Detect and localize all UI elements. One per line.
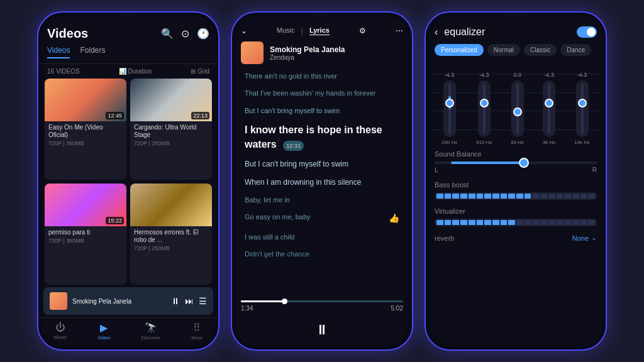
handle-1[interactable] [445,99,454,107]
video-card-3[interactable]: 15:22 permiso para ti 720P | 360MB [45,184,126,285]
eq-slider-2[interactable] [478,80,491,137]
video-grid: 12:45 Easy On Me (Video Oficial) 720P | … [38,79,218,285]
bass-segment-16 [564,194,571,199]
progress-bar[interactable] [241,300,403,302]
tab-lyrics[interactable]: Lyrics [309,26,330,35]
band-value-4: -4.3 [544,72,554,78]
np-album-art [50,292,67,310]
virt-segment-7 [492,220,499,225]
eq-slider-4[interactable] [543,80,555,137]
video-card-1[interactable]: 12:45 Easy On Me (Video Oficial) 720P | … [45,79,126,180]
nav-video[interactable]: ▶ Video [97,322,110,341]
video-card-2[interactable]: 22:13 Cargando: Ultra World Stage 720P |… [130,79,212,180]
bass-segment-3 [460,194,467,199]
virt-segment-6 [484,220,491,225]
preset-personalized[interactable]: Personalized [435,44,484,56]
song-details: Smoking Pela Janela Zendaya [270,45,345,61]
bass-boost-bar[interactable] [435,192,597,200]
lyric-timestamp: 12:31 [283,141,304,151]
p1-header: Videos 🔍 ⊙ 🕐 [38,13,218,46]
video-card-4[interactable]: Hermosos errores ft. El robo de ... 720P… [130,184,212,285]
search-icon[interactable]: 🔍 [161,28,174,40]
pause-button[interactable]: ⏸ [315,322,329,338]
p1-header-icons: 🔍 ⊙ 🕐 [161,28,209,40]
time-total: 5:02 [391,305,403,312]
eq-band-3: 0.0 60 Hz [511,63,524,145]
bass-segment-17 [572,194,579,199]
eq-slider-5[interactable] [576,80,589,137]
nav-music[interactable]: ⏻ Music [53,322,67,341]
bass-segment-10 [516,194,523,199]
chevron-down-icon[interactable]: ⌄ [241,26,247,35]
sound-balance-section: Sound Balance L R [426,145,606,176]
bass-segment-7 [492,194,499,199]
history-icon[interactable]: 🕐 [197,28,209,40]
bass-segment-13 [540,194,547,199]
handle-5[interactable] [578,99,587,107]
cast-icon[interactable]: ⊙ [181,28,189,40]
reverb-value[interactable]: None ⌄ [572,234,597,242]
balance-track[interactable] [435,162,597,164]
right-label: R [592,167,597,173]
more-icon[interactable]: ⋯ [396,26,403,35]
preset-normal[interactable]: Normal [487,44,520,56]
handle-2[interactable] [480,99,489,107]
virt-segment-15 [557,220,564,225]
virt-segment-3 [460,220,467,225]
balance-label: Sound Balance [435,150,597,158]
now-playing-bar[interactable]: Smoking Pela Janela ⏸ ⏭ ☰ [43,287,213,315]
eq-bands: -4.3 230 Hz -4.3 [426,63,606,145]
p3-header: ‹ equalizer [426,13,606,44]
eq-band-4: -4.3 4k Hz [543,63,555,145]
lyric-line-3: But I can't bring myself to swim [245,106,399,116]
bass-segment-8 [501,194,508,199]
track-3 [516,84,519,134]
nav-discover[interactable]: 🔭 Discover [141,322,160,341]
preset-classic[interactable]: Classic [524,44,557,56]
tab-videos[interactable]: Videos [47,46,70,58]
virt-segment-19 [588,220,595,225]
eq-slider-1[interactable] [443,80,456,137]
virtualizer-bar[interactable] [435,219,597,226]
next-icon[interactable]: ⏭ [185,296,194,306]
lyric-line-7: Baby, let me in [245,195,399,205]
freq-label-2: 910 Hz [476,140,492,145]
band-value-3: 0.0 [513,72,521,78]
playlist-icon[interactable]: ☰ [199,296,207,306]
virt-segment-18 [580,220,587,225]
tab-folders[interactable]: Folders [80,46,105,58]
video-meta-2: 720P | 250MB [134,140,208,146]
bass-boost-fill [435,192,597,200]
eq-slider-3[interactable] [511,80,524,137]
tab-music[interactable]: Music [277,26,295,35]
handle-4[interactable] [545,99,553,107]
video-thumb-3: 15:22 [45,184,126,226]
back-icon[interactable]: ‹ [435,26,438,38]
pause-icon[interactable]: ⏸ [171,296,180,306]
lyric-line-2: That I've been washin' my hands in forev… [245,89,399,98]
lyrics-container: There ain't no gold in this river That I… [232,72,412,294]
preset-dance[interactable]: Dance [560,44,591,56]
p1-tabs: Videos Folders [38,46,218,64]
album-art [241,41,264,64]
nav-more[interactable]: ⠿ More [191,322,203,341]
eq-toggle[interactable] [577,26,597,38]
eq-band-2: -4.3 910 Hz [476,63,492,145]
p2-header: ⌄ Music | Lyrics ⚙ ⋯ [232,13,412,41]
like-icon[interactable]: 👍 [389,212,399,225]
band-value-2: -4.3 [479,72,489,78]
video-name-4: Hermosos errores ft. El robo de ... [134,229,208,244]
lyric-line-1: There ain't no gold in this river [245,72,399,81]
lyric-line-5: But I can't bring myself to swim [245,159,399,170]
p1-meta: 16 VIDEOS 📊 Duration ⊞ Grid [38,64,218,79]
eq-title: equalizer [444,26,570,38]
phone-videos: Videos 🔍 ⊙ 🕐 Videos Folders 16 VIDEOS 📊 … [37,11,219,351]
time-display: 1:34 5:02 [241,305,403,312]
virt-segment-14 [548,220,555,225]
view-option[interactable]: ⊞ Grid [191,68,209,75]
sort-option[interactable]: 📊 Duration [119,68,152,75]
lyric-line-9: I was still a child [245,233,399,242]
more-icon: ⠿ [193,322,201,334]
handle-3[interactable] [513,107,522,116]
eq-icon[interactable]: ⚙ [359,26,366,35]
